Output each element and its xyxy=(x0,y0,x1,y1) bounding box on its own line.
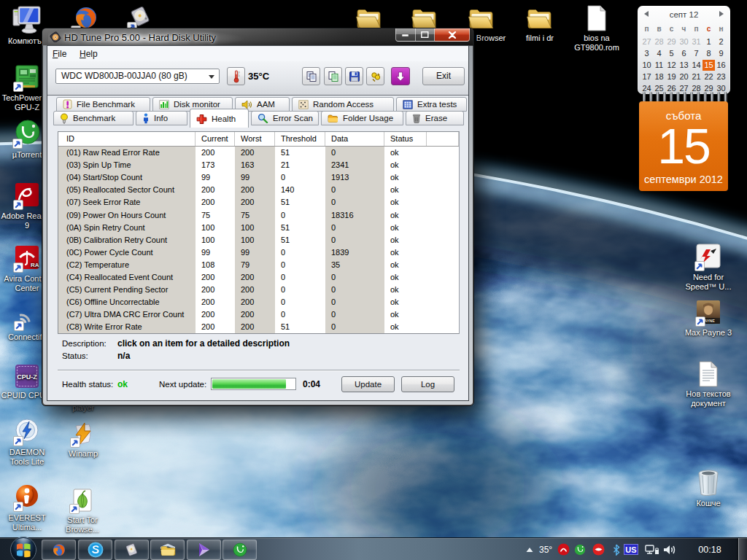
svg-text:RA: RA xyxy=(31,262,39,268)
svg-text:CPU-Z: CPU-Z xyxy=(17,373,37,381)
